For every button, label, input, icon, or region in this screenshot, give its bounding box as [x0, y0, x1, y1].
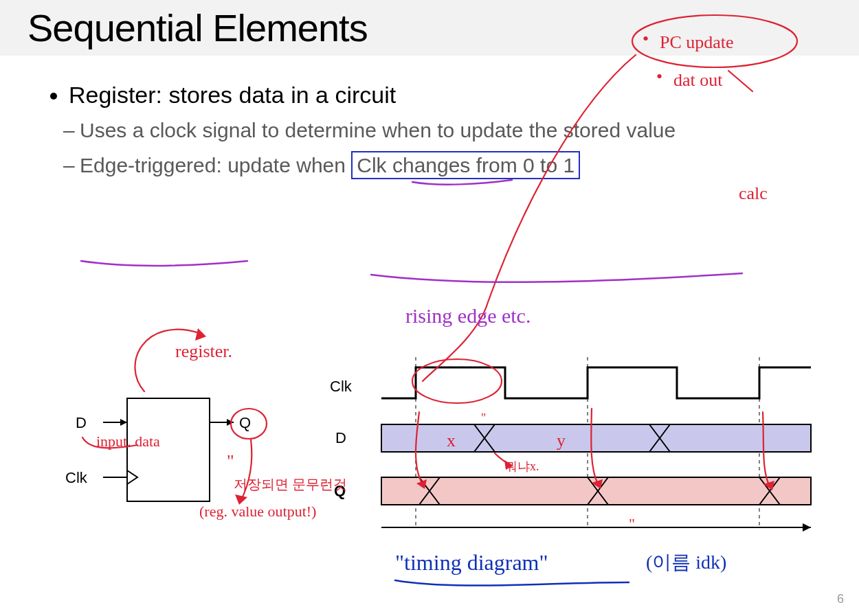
annot-korean: 저장되면 문무런것 [234, 477, 347, 492]
annot-bullet1: • [643, 29, 649, 49]
svg-line-24 [728, 71, 752, 91]
annotation-layer: PC update • dat out • calc rising edge e… [0, 0, 859, 616]
annot-register: register. [175, 341, 232, 361]
annot-idk: (이름 idk) [646, 551, 726, 573]
annot-tick: " [481, 411, 486, 425]
annot-calc: calc [739, 183, 768, 203]
svg-marker-25 [195, 328, 206, 341]
annot-bullet2: • [656, 67, 662, 87]
annot-x: x [447, 431, 456, 450]
svg-point-26 [231, 409, 267, 439]
annot-rising-edge: rising edge etc. [405, 304, 531, 327]
svg-marker-31 [763, 481, 774, 490]
annot-quote: " [227, 451, 234, 471]
annot-y: y [557, 431, 566, 450]
annot-dat-out: dat out [673, 70, 723, 90]
page-number: 6 [837, 592, 844, 606]
annot-tick2: " [629, 515, 635, 532]
annot-reg-value: (reg. value output!) [199, 503, 316, 520]
annot-timing-diagram: "timing diagram" [395, 550, 548, 575]
annot-pc-update: PC update [660, 32, 734, 52]
svg-point-32 [412, 359, 502, 403]
